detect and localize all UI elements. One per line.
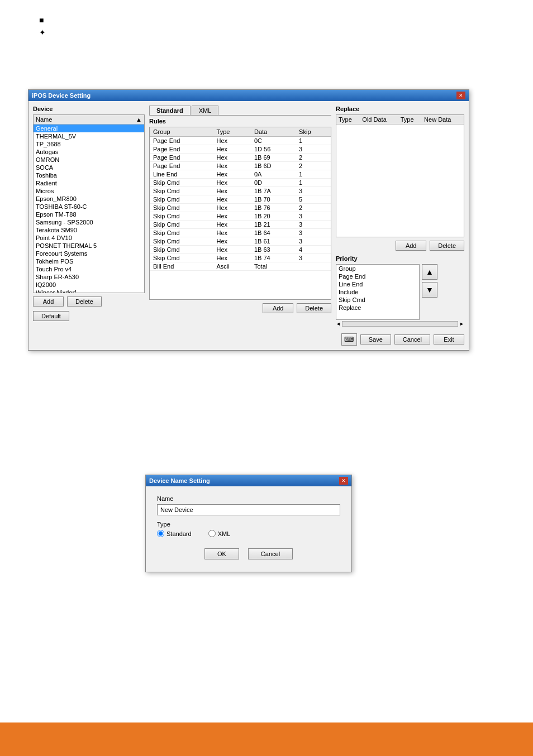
replace-table-wrap[interactable]: Type Old Data Type New Data — [336, 114, 464, 237]
rules-cell-type: Hex — [213, 254, 251, 262]
device-list[interactable]: Name ▲ GeneralTHERMAL_5VTP_3688AutogasOM… — [33, 114, 145, 293]
device-list-item[interactable]: TOSHIBA ST-60-C — [34, 203, 144, 210]
rules-cell-skip: 5 — [296, 195, 331, 204]
replace-section-label: Replace — [336, 106, 464, 112]
device-list-item[interactable]: Toshiba — [34, 171, 144, 179]
device-list-item[interactable]: Tokheim POS — [34, 257, 144, 265]
device-list-item[interactable]: Samsung - SPS2000 — [34, 218, 144, 226]
rules-cell-skip: 2 — [296, 162, 331, 170]
rules-table-row[interactable]: Skip CmdHex1B 634 — [150, 246, 331, 254]
rules-table-row[interactable]: Skip CmdHex1B 213 — [150, 221, 331, 229]
rules-cell-type: Hex — [213, 187, 251, 195]
device-list-item[interactable]: Radient — [34, 179, 144, 187]
rules-table-row[interactable]: Page EndHex0C1 — [150, 137, 331, 145]
exit-button[interactable]: Exit — [434, 334, 464, 344]
priority-down-button[interactable]: ▼ — [422, 282, 437, 298]
priority-panel: Priority GroupPage EndLine EndIncludeSki… — [336, 255, 464, 327]
keyboard-icon-button[interactable]: ⌨ — [341, 333, 357, 346]
device-list-item[interactable]: TP_3688 — [34, 140, 144, 148]
dialog-close-button[interactable]: ✕ — [339, 477, 348, 485]
dialog-ok-button[interactable]: OK — [204, 548, 239, 559]
rules-cell-data: 1B 74 — [251, 254, 296, 262]
replace-add-button[interactable]: Add — [396, 241, 426, 251]
device-list-item[interactable]: Sharp ER-A530 — [34, 273, 144, 281]
rules-table-row[interactable]: Skip CmdHex0D1 — [150, 179, 331, 187]
priority-scroll-right[interactable]: ► — [459, 321, 464, 327]
orange-bar — [0, 722, 533, 756]
rules-cell-group: Skip Cmd — [150, 229, 213, 237]
rules-table-row[interactable]: Bill EndAsciiTotal — [150, 262, 331, 271]
rules-delete-button[interactable]: Delete — [297, 303, 331, 313]
rules-table-row[interactable]: Line EndHex0A1 — [150, 170, 331, 179]
rules-cell-data: Total — [251, 262, 296, 271]
rules-add-button[interactable]: Add — [263, 303, 293, 313]
rules-table-row[interactable]: Skip CmdHex1B 7A3 — [150, 187, 331, 195]
tab-standard[interactable]: Standard — [149, 106, 191, 115]
priority-list-item[interactable]: Skip Cmd — [336, 296, 419, 304]
rules-btn-row: Add Delete — [149, 303, 331, 313]
rules-table-row[interactable]: Skip CmdHex1B 613 — [150, 237, 331, 246]
priority-list-item[interactable]: Include — [336, 288, 419, 296]
rules-cell-data: 0C — [251, 137, 296, 145]
dialog-radio-xml[interactable]: XML — [208, 530, 231, 537]
device-list-item[interactable]: Touch Pro v4 — [34, 265, 144, 273]
priority-arrow-btns: ▲ ▼ — [422, 264, 437, 298]
rules-cell-type: Hex — [213, 137, 251, 145]
device-list-item[interactable]: Epson TM-T88 — [34, 210, 144, 218]
dialog-radio-standard-input[interactable] — [157, 530, 164, 537]
rules-cell-data: 1B 61 — [251, 237, 296, 246]
device-list-item[interactable]: Point 4 DV10 — [34, 234, 144, 242]
replace-delete-button[interactable]: Delete — [430, 241, 464, 251]
device-list-item[interactable]: OMRON — [34, 156, 144, 164]
rules-table-wrap[interactable]: Group Type Data Skip Page EndHex0C1Page … — [149, 127, 331, 300]
rules-cell-skip: 1 — [296, 179, 331, 187]
device-list-item[interactable]: Micros — [34, 187, 144, 195]
priority-list-item[interactable]: Line End — [336, 280, 419, 288]
save-button[interactable]: Save — [360, 334, 391, 344]
priority-up-button[interactable]: ▲ — [422, 264, 437, 280]
rules-cell-data: 1B 69 — [251, 154, 296, 162]
priority-list-item[interactable]: Page End — [336, 272, 419, 280]
device-add-button[interactable]: Add — [33, 296, 64, 307]
rules-cell-skip: 3 — [296, 229, 331, 237]
device-list-item[interactable]: POSNET THERMAL 5 — [34, 242, 144, 250]
dialog-cancel-button[interactable]: Cancel — [248, 548, 293, 559]
main-window: iPOS Device Setting ✕ Device Name ▲ Gene… — [28, 89, 469, 351]
device-list-item[interactable]: Terakota SM90 — [34, 226, 144, 234]
rules-table-row[interactable]: Skip CmdHex1B 743 — [150, 254, 331, 262]
rules-col-data: Data — [251, 127, 296, 137]
priority-scroll-left[interactable]: ◄ — [336, 321, 341, 327]
rules-table-row[interactable]: Page EndHex1B 6D2 — [150, 162, 331, 170]
device-list-item[interactable]: SOCA — [34, 164, 144, 171]
priority-list-item[interactable]: Group — [336, 265, 419, 272]
rules-col-skip: Skip — [296, 127, 331, 137]
priority-list-item[interactable]: Replace — [336, 304, 419, 312]
rules-cell-type: Hex — [213, 179, 251, 187]
priority-list[interactable]: GroupPage EndLine EndIncludeSkip CmdRepl… — [336, 264, 420, 320]
device-list-item[interactable]: Forecourt Systems — [34, 250, 144, 257]
rules-table-row[interactable]: Skip CmdHex1B 643 — [150, 229, 331, 237]
device-list-item[interactable]: THERMAL_5V — [34, 132, 144, 140]
device-list-item[interactable]: Epson_MR800 — [34, 195, 144, 203]
rules-table-row[interactable]: Skip CmdHex1B 203 — [150, 212, 331, 221]
rules-table-row[interactable]: Page EndHex1B 692 — [150, 154, 331, 162]
device-list-item[interactable]: Wincor Nixdorf — [34, 289, 144, 293]
rules-cell-group: Skip Cmd — [150, 195, 213, 204]
device-list-item[interactable]: Autogas — [34, 148, 144, 156]
dialog-radio-standard[interactable]: Standard — [157, 530, 192, 537]
rules-table-row[interactable]: Page EndHex1D 563 — [150, 145, 331, 154]
replace-col-newdata: New Data — [422, 115, 464, 125]
device-list-item[interactable]: IQ2000 — [34, 281, 144, 289]
main-window-close-button[interactable]: ✕ — [456, 92, 465, 99]
rules-table-row[interactable]: Skip CmdHex1B 705 — [150, 195, 331, 204]
tab-xml[interactable]: XML — [192, 106, 219, 115]
cancel-button[interactable]: Cancel — [394, 334, 430, 344]
dialog-name-input[interactable] — [157, 504, 340, 515]
rules-cell-group: Skip Cmd — [150, 221, 213, 229]
device-list-item[interactable]: General — [34, 125, 144, 132]
rules-table-row[interactable]: Skip CmdHex1B 762 — [150, 204, 331, 212]
device-delete-button[interactable]: Delete — [67, 296, 102, 307]
rules-cell-data: 1B 20 — [251, 212, 296, 221]
dialog-radio-xml-input[interactable] — [208, 530, 216, 537]
device-default-button[interactable]: Default — [33, 311, 69, 321]
